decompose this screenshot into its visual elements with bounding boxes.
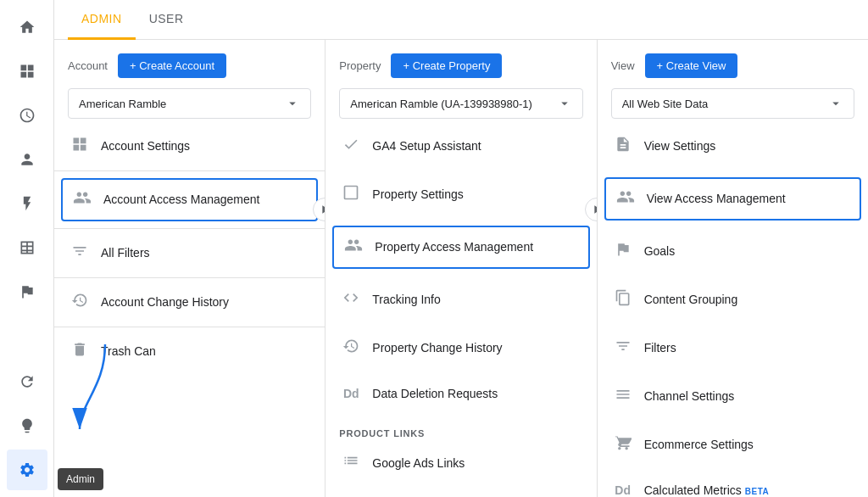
view-column: View + Create View All Web Site Data Vie… <box>598 40 868 497</box>
account-change-history-icon <box>70 292 89 313</box>
loop-icon[interactable] <box>7 361 47 402</box>
channel-settings-icon <box>614 386 632 407</box>
property-settings-icon <box>342 184 360 205</box>
view-settings-icon <box>614 136 632 157</box>
property-to-view-arrow[interactable] <box>585 198 598 221</box>
tab-user[interactable]: USER <box>136 0 198 40</box>
account-dropdown[interactable]: American Ramble <box>68 88 311 119</box>
all-filters-icon <box>70 243 89 264</box>
tracking-info-label: Tracking Info <box>372 292 440 307</box>
tabs-bar: ADMIN USER <box>54 0 868 40</box>
data-deletion-icon: Dd <box>342 387 360 400</box>
table-icon[interactable] <box>7 227 47 268</box>
property-column-header: Property + Create Property <box>326 40 596 85</box>
trash-can-label: Trash Can <box>101 343 156 359</box>
account-settings-item[interactable]: Account Settings <box>54 126 325 167</box>
svg-rect-0 <box>345 187 358 199</box>
calculated-metrics-icon: Dd <box>614 483 632 497</box>
main-content: ADMIN USER Account + Create Account Amer… <box>54 0 868 497</box>
property-settings-item[interactable]: Property Settings <box>326 174 596 215</box>
calculated-metrics-label: Calculated MetricsBETA <box>644 483 770 497</box>
account-column-header: Account + Create Account <box>54 40 325 85</box>
property-column: Property + Create Property American Ramb… <box>326 40 597 497</box>
google-ads-label: Google Ads Links <box>372 455 465 471</box>
view-access-label: View Access Management <box>647 191 786 206</box>
account-dropdown-value: American Ramble <box>79 98 166 110</box>
google-ads-item[interactable]: Google Ads Links <box>326 442 596 483</box>
ecommerce-settings-label: Ecommerce Settings <box>644 437 754 452</box>
view-filters-icon <box>614 338 632 359</box>
sidebar <box>0 0 54 497</box>
view-dropdown[interactable]: All Web Site Data <box>611 88 854 119</box>
property-change-history-icon <box>342 338 360 359</box>
ecommerce-settings-item[interactable]: Ecommerce Settings <box>598 424 868 466</box>
adsense-item[interactable]: AdSense Links <box>326 490 596 497</box>
view-settings-item[interactable]: View Settings <box>598 126 868 167</box>
lightning-icon[interactable] <box>7 183 47 224</box>
property-access-label: Property Access Management <box>375 239 533 254</box>
content-grouping-icon <box>614 289 632 310</box>
account-label: Account <box>68 59 108 72</box>
view-settings-label: View Settings <box>644 138 716 154</box>
view-filters-item[interactable]: Filters <box>598 327 868 369</box>
property-access-icon <box>344 236 363 259</box>
channel-settings-item[interactable]: Channel Settings <box>598 376 868 417</box>
property-change-history-item[interactable]: Property Change History <box>326 327 596 369</box>
trash-can-item[interactable]: Trash Can <box>54 331 325 372</box>
create-property-button[interactable]: + Create Property <box>391 53 502 78</box>
view-dropdown-value: All Web Site Data <box>622 98 709 110</box>
content-grouping-label: Content Grouping <box>644 292 738 307</box>
flag-icon[interactable] <box>7 271 47 312</box>
goals-item[interactable]: Goals <box>598 231 868 272</box>
ga4-setup-item[interactable]: GA4 Setup Assistant <box>326 126 596 167</box>
channel-settings-label: Channel Settings <box>644 388 735 404</box>
dashboard-icon[interactable] <box>7 51 47 92</box>
gear-icon[interactable] <box>7 450 47 490</box>
view-access-icon <box>616 187 635 210</box>
create-account-button[interactable]: + Create Account <box>118 53 226 78</box>
account-change-history-label: Account Change History <box>101 294 229 310</box>
ga4-setup-icon <box>342 136 360 157</box>
data-deletion-item[interactable]: Dd Data Deletion Requests <box>326 376 596 411</box>
property-settings-label: Property Settings <box>372 187 463 202</box>
home-icon[interactable] <box>7 7 47 47</box>
account-access-label: Account Access Management <box>103 192 259 207</box>
view-access-item[interactable]: View Access Management <box>604 177 861 221</box>
property-access-item[interactable]: Property Access Management <box>332 226 589 269</box>
account-column: Account + Create Account American Ramble… <box>54 40 326 497</box>
tracking-info-icon <box>342 289 360 310</box>
content-grouping-item[interactable]: Content Grouping <box>598 279 868 321</box>
goals-label: Goals <box>644 243 676 259</box>
product-links-section: PRODUCT LINKS <box>326 418 596 442</box>
all-filters-item[interactable]: All Filters <box>54 232 325 274</box>
clock-icon[interactable] <box>7 95 47 136</box>
person-icon[interactable] <box>7 139 47 180</box>
all-filters-label: All Filters <box>101 245 150 260</box>
calculated-metrics-item[interactable]: Dd Calculated MetricsBETA <box>598 472 868 497</box>
ga4-setup-label: GA4 Setup Assistant <box>372 138 481 154</box>
account-settings-icon <box>70 136 89 157</box>
property-label: Property <box>339 59 381 72</box>
account-access-item[interactable]: Account Access Management <box>61 178 318 221</box>
sidebar-bottom <box>7 361 47 497</box>
property-change-history-label: Property Change History <box>372 340 502 355</box>
view-column-header: View + Create View <box>598 40 868 85</box>
google-ads-icon <box>342 452 360 473</box>
ecommerce-icon <box>614 434 632 455</box>
view-label: View <box>611 59 635 72</box>
account-settings-label: Account Settings <box>101 138 190 154</box>
admin-columns: Account + Create Account American Ramble… <box>54 40 868 497</box>
property-dropdown-value: American Ramble (UA-139938980-1) <box>350 98 532 110</box>
create-view-button[interactable]: + Create View <box>645 53 738 78</box>
data-deletion-label: Data Deletion Requests <box>372 386 498 401</box>
admin-tooltip: Admin <box>58 468 103 490</box>
tab-admin[interactable]: ADMIN <box>68 0 136 40</box>
goals-icon <box>614 241 632 262</box>
trash-can-icon <box>70 341 89 362</box>
beta-badge: BETA <box>745 487 769 496</box>
lightbulb-icon[interactable] <box>7 405 47 446</box>
tracking-info-item[interactable]: Tracking Info <box>326 279 596 321</box>
property-dropdown[interactable]: American Ramble (UA-139938980-1) <box>339 88 582 119</box>
account-access-icon <box>73 188 92 211</box>
account-change-history-item[interactable]: Account Change History <box>54 282 325 323</box>
